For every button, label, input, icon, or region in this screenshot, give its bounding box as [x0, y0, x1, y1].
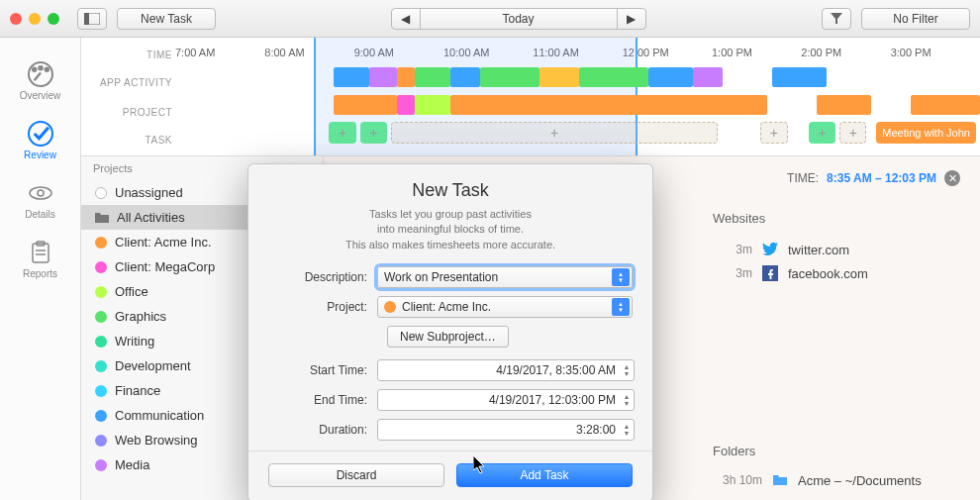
discard-button[interactable]: Discard — [268, 463, 444, 487]
svg-point-4 — [45, 68, 48, 71]
new-task-popover: New Task Tasks let you group past activi… — [247, 163, 653, 500]
app-activity-row[interactable] — [175, 67, 980, 87]
chevron-down-icon[interactable] — [612, 298, 630, 316]
project-label: Web Browsing — [115, 433, 198, 448]
task-add-slot[interactable]: + — [839, 122, 866, 144]
chevron-down-icon[interactable] — [612, 268, 630, 286]
svg-rect-1 — [84, 13, 89, 25]
current-day-label[interactable]: Today — [420, 8, 618, 30]
nav-reports[interactable]: Reports — [0, 230, 80, 289]
project-color-dot — [95, 385, 107, 397]
nav-label: Details — [25, 209, 55, 220]
end-time-label: End Time: — [268, 393, 377, 407]
maximize-window-button[interactable] — [48, 13, 59, 25]
websites-header: Websites — [713, 211, 960, 226]
left-nav: Overview Review Details Reports — [0, 38, 81, 500]
folder-duration: 3h 10m — [713, 473, 762, 487]
website-name: facebook.com — [788, 266, 868, 281]
project-label: Communication — [115, 408, 204, 423]
website-name: twitter.com — [788, 243, 849, 257]
stepper-icon[interactable]: ▲▼ — [621, 423, 633, 437]
project-color-dot — [95, 336, 107, 348]
stepper-icon[interactable]: ▲▼ — [621, 363, 633, 377]
duration-label: Duration: — [268, 423, 377, 437]
website-duration: 3m — [713, 243, 752, 256]
twitter-icon — [762, 242, 778, 257]
website-duration: 3m — [713, 266, 752, 280]
task-add-slot[interactable]: + — [329, 122, 355, 144]
svg-point-5 — [30, 187, 51, 199]
time-cell: 1:00 PM — [712, 47, 801, 58]
task-add-slot[interactable]: + — [760, 122, 787, 144]
nav-details[interactable]: Details — [0, 170, 80, 230]
next-day-button[interactable]: ▶ — [617, 8, 646, 30]
project-label: Project: — [268, 300, 377, 314]
project-label: Office — [115, 284, 148, 299]
row-label-time: TIME — [81, 50, 172, 60]
time-label: TIME: — [787, 171, 819, 185]
folder-name: Acme – ~/Documents — [798, 473, 922, 488]
project-label: Client: Acme Inc. — [115, 235, 212, 250]
start-time-input[interactable]: 4/19/2017, 8:35:00 AM — [377, 359, 635, 381]
row-label-project: PROJECT — [81, 107, 172, 118]
project-row[interactable] — [175, 95, 980, 115]
websites-panel: Websites 3m twitter.com 3m facebook.com — [713, 211, 960, 285]
sidebar-toggle-button[interactable] — [77, 8, 107, 30]
folder-icon — [95, 212, 109, 224]
window-traffic-lights — [10, 13, 59, 25]
stepper-icon[interactable]: ▲▼ — [621, 393, 633, 407]
svg-point-6 — [38, 190, 44, 196]
project-color-dot — [95, 237, 107, 249]
project-label: Development — [115, 358, 191, 373]
website-row[interactable]: 3m twitter.com — [713, 238, 960, 261]
time-cell: 2:00 PM — [801, 47, 890, 58]
clear-time-range-button[interactable]: ✕ — [944, 170, 960, 186]
time-range-value: 8:35 AM – 12:03 PM — [827, 171, 936, 185]
folders-header: Folders — [713, 444, 960, 458]
clipboard-icon — [28, 240, 53, 265]
project-label: Media — [115, 457, 149, 472]
nav-label: Review — [24, 150, 56, 160]
project-color-dot — [95, 360, 107, 372]
minimize-window-button[interactable] — [29, 13, 41, 25]
website-row[interactable]: 3m facebook.com — [713, 261, 960, 285]
time-range-display: TIME: 8:35 AM – 12:03 PM ✕ — [787, 170, 960, 186]
task-row[interactable]: + + + + + + Meeting with John — [175, 123, 980, 143]
project-label: Unassigned — [115, 185, 183, 200]
project-label: Finance — [115, 383, 160, 398]
prev-day-button[interactable]: ◀ — [391, 8, 421, 30]
folder-row[interactable]: 3h 10m Acme – ~/Documents — [713, 468, 960, 492]
project-color-dot — [95, 459, 107, 471]
time-cell: 7:00 AM — [175, 47, 264, 58]
filter-select[interactable]: No Filter — [861, 8, 970, 30]
eye-icon — [28, 180, 53, 206]
project-label: All Activities — [117, 210, 185, 225]
task-meeting[interactable]: Meeting with John — [876, 122, 976, 144]
task-add-slot-selected[interactable]: + — [391, 122, 718, 144]
task-add-slot[interactable]: + — [809, 122, 835, 144]
duration-input[interactable]: 3:28:00 — [377, 419, 635, 441]
nav-overview[interactable]: Overview — [0, 51, 80, 111]
project-color-dot — [95, 286, 107, 298]
end-time-input[interactable]: 4/19/2017, 12:03:00 PM — [377, 389, 635, 411]
project-color-dot — [95, 410, 107, 422]
add-task-button[interactable]: Add Task — [456, 463, 633, 487]
filter-icon-button[interactable] — [822, 8, 851, 30]
project-select[interactable]: Client: Acme Inc. — [377, 296, 633, 318]
nav-label: Reports — [23, 268, 57, 279]
nav-review[interactable]: Review — [0, 111, 80, 170]
project-label: Client: MegaCorp — [115, 259, 215, 274]
popover-title: New Task — [268, 180, 633, 201]
new-task-button[interactable]: New Task — [117, 8, 216, 30]
project-label: Graphics — [115, 309, 166, 324]
folders-panel: Folders 3h 10m Acme – ~/Documents — [713, 444, 960, 492]
task-add-slot[interactable]: + — [360, 122, 387, 144]
nav-label: Overview — [20, 90, 61, 101]
description-label: Description: — [268, 270, 377, 284]
project-color-dot — [384, 301, 396, 313]
new-subproject-button[interactable]: New Subproject… — [387, 326, 509, 348]
svg-point-3 — [39, 66, 42, 69]
close-window-button[interactable] — [10, 13, 22, 25]
titlebar: New Task ◀ Today ▶ No Filter — [0, 0, 980, 38]
description-input[interactable]: Work on Presentation — [377, 266, 633, 288]
